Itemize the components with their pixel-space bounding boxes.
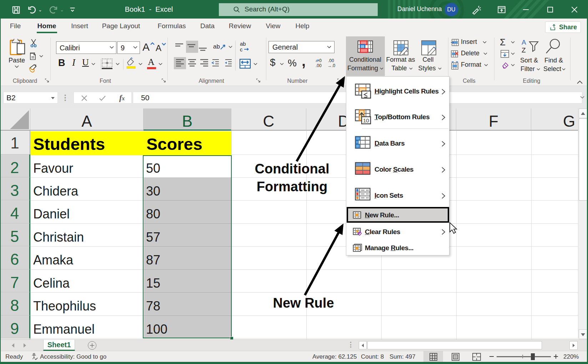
svg-text:Z: Z xyxy=(522,46,526,54)
svg-text:ab: ab xyxy=(213,43,220,50)
svg-text:ab: ab xyxy=(240,41,246,47)
svg-text:10: 10 xyxy=(363,117,369,123)
svg-text:→.0: →.0 xyxy=(327,63,335,68)
svg-text:.00: .00 xyxy=(316,63,322,68)
svg-text:.00: .00 xyxy=(328,58,334,63)
svg-text:A: A xyxy=(522,39,526,46)
svg-text:c: c xyxy=(240,46,243,52)
